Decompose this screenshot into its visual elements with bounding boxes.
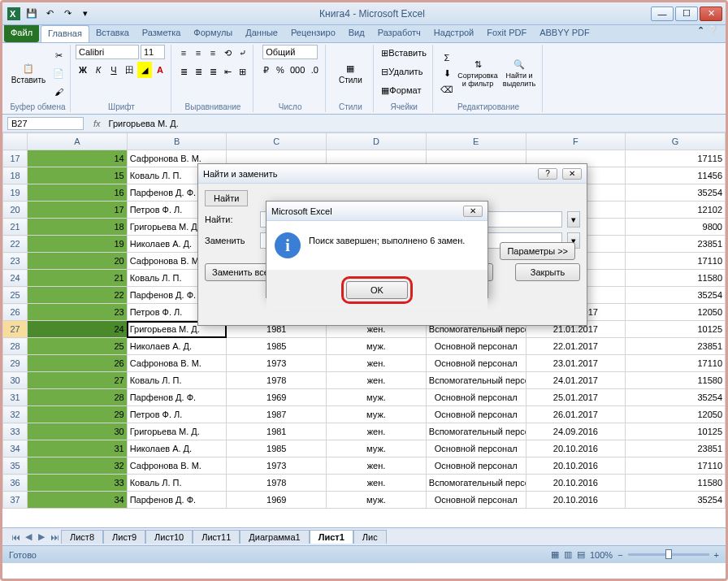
- cell[interactable]: Основной персонал: [426, 457, 526, 475]
- cell[interactable]: Сафронова В. М.: [127, 457, 227, 475]
- format-painter-icon[interactable]: 🖌: [50, 84, 67, 100]
- cell[interactable]: 17110: [626, 253, 726, 270]
- cell[interactable]: 1973: [227, 457, 327, 475]
- tab-data[interactable]: Данные: [239, 25, 284, 42]
- cell[interactable]: 23851: [626, 338, 726, 355]
- cell[interactable]: 12050: [626, 304, 726, 321]
- dialog-help-button[interactable]: ?: [538, 168, 557, 180]
- cell[interactable]: 18: [28, 219, 128, 236]
- sheet-tab[interactable]: Лист11: [193, 530, 240, 544]
- cell[interactable]: 12050: [626, 406, 726, 423]
- sheet-tab[interactable]: Лист1: [310, 530, 353, 544]
- row-header[interactable]: 18: [3, 167, 28, 184]
- cell[interactable]: Парфенов Д. Ф.: [127, 492, 227, 509]
- styles-button[interactable]: ▦Стили: [331, 48, 370, 100]
- col-header-C[interactable]: C: [227, 133, 327, 150]
- redo-icon[interactable]: ↷: [59, 6, 76, 22]
- cell[interactable]: жен.: [327, 372, 427, 389]
- sheet-tab[interactable]: Лист8: [61, 530, 103, 544]
- row-header[interactable]: 33: [3, 423, 28, 440]
- tab-foxit[interactable]: Foxit PDF: [480, 25, 533, 42]
- cell[interactable]: 1969: [227, 492, 327, 509]
- row-header[interactable]: 27: [3, 321, 28, 338]
- fx-icon[interactable]: fx: [93, 119, 101, 128]
- tab-nav-last-icon[interactable]: ⏭: [48, 531, 61, 544]
- cell[interactable]: 17115: [626, 150, 726, 167]
- cell[interactable]: жен.: [327, 355, 427, 372]
- cell[interactable]: 23851: [626, 440, 726, 457]
- row-header[interactable]: 22: [3, 236, 28, 253]
- cell[interactable]: муж.: [327, 389, 427, 406]
- row-header[interactable]: 30: [3, 372, 28, 389]
- cell[interactable]: Основной персонал: [426, 440, 526, 457]
- tab-file[interactable]: Файл: [4, 25, 39, 42]
- cell[interactable]: 23851: [626, 236, 726, 253]
- cell[interactable]: 24.01.2017: [526, 372, 626, 389]
- cell[interactable]: 17110: [626, 355, 726, 372]
- cell[interactable]: Парфенов Д. Ф.: [127, 389, 227, 406]
- cell[interactable]: 31: [28, 440, 128, 457]
- cell[interactable]: 20.10.2016: [526, 492, 626, 509]
- sheet-tab[interactable]: Лис: [353, 530, 387, 544]
- cell[interactable]: 1969: [227, 389, 327, 406]
- name-box[interactable]: B27: [7, 117, 84, 130]
- tab-nav-next-icon[interactable]: ▶: [35, 531, 48, 544]
- tab-insert[interactable]: Вставка: [89, 25, 136, 42]
- cell[interactable]: 30: [28, 423, 128, 440]
- col-header-F[interactable]: F: [526, 133, 626, 150]
- cell[interactable]: жен.: [327, 423, 427, 440]
- view-normal-icon[interactable]: ▦: [551, 549, 559, 560]
- row-header[interactable]: 31: [3, 389, 28, 406]
- col-header-E[interactable]: E: [426, 133, 526, 150]
- cell[interactable]: 33: [28, 475, 128, 492]
- inc-dec-icon[interactable]: .0: [307, 62, 322, 78]
- cell[interactable]: 28: [28, 389, 128, 406]
- cell[interactable]: 26: [28, 355, 128, 372]
- undo-icon[interactable]: ↶: [41, 6, 58, 22]
- cell[interactable]: 35254: [626, 389, 726, 406]
- cell[interactable]: 25: [28, 338, 128, 355]
- fill-icon[interactable]: ⬇: [438, 66, 456, 82]
- close-button[interactable]: ✕: [700, 7, 722, 21]
- close-dialog-button[interactable]: Закрыть: [515, 263, 580, 281]
- help-icon[interactable]: ❔: [708, 25, 719, 42]
- find-tab[interactable]: Найти: [205, 190, 248, 206]
- cell[interactable]: Вспомогательный персонал: [426, 475, 526, 492]
- cell[interactable]: Основной персонал: [426, 338, 526, 355]
- align-left-icon[interactable]: ≣: [176, 63, 191, 80]
- zoom-slider[interactable]: [628, 553, 709, 556]
- zoom-in-button[interactable]: +: [714, 550, 719, 560]
- tab-layout[interactable]: Разметка: [136, 25, 188, 42]
- bold-button[interactable]: Ж: [76, 62, 90, 78]
- wrap-text-icon[interactable]: ⤶: [235, 45, 249, 61]
- cut-icon[interactable]: ✂: [50, 48, 67, 64]
- cell[interactable]: 1985: [227, 440, 327, 457]
- tab-nav-first-icon[interactable]: ⏮: [9, 531, 22, 544]
- autosum-icon[interactable]: Σ: [438, 50, 456, 66]
- cell[interactable]: Петров Ф. Л.: [127, 406, 227, 423]
- select-all[interactable]: [3, 133, 28, 150]
- cells-delete-button[interactable]: ⊟ Удалить: [379, 63, 429, 80]
- cell[interactable]: муж.: [327, 338, 427, 355]
- view-layout-icon[interactable]: ▥: [564, 549, 572, 560]
- cell[interactable]: 32: [28, 457, 128, 475]
- formula-input[interactable]: Григорьева М. Д.: [106, 118, 726, 129]
- cell[interactable]: Основной персонал: [426, 492, 526, 509]
- cell[interactable]: 20.10.2016: [526, 457, 626, 475]
- cell[interactable]: Основной персонал: [426, 389, 526, 406]
- row-header[interactable]: 35: [3, 457, 28, 475]
- view-break-icon[interactable]: ▤: [577, 549, 585, 560]
- align-top-icon[interactable]: ≡: [176, 45, 191, 61]
- cell[interactable]: 20.10.2016: [526, 475, 626, 492]
- cell[interactable]: 29: [28, 406, 128, 423]
- cell[interactable]: Коваль Л. П.: [127, 475, 227, 492]
- qat-more-icon[interactable]: ▾: [77, 6, 93, 22]
- cell[interactable]: Вспомогательный персонал: [426, 423, 526, 440]
- cell[interactable]: 35254: [626, 492, 726, 509]
- col-header-D[interactable]: D: [327, 133, 427, 150]
- comma-icon[interactable]: 000: [288, 62, 307, 78]
- fill-color-button[interactable]: ◢: [137, 62, 152, 78]
- cell[interactable]: 1978: [227, 372, 327, 389]
- cell[interactable]: Николаев А. Д.: [127, 440, 227, 457]
- cells-insert-button[interactable]: ⊞ Вставить: [379, 45, 429, 61]
